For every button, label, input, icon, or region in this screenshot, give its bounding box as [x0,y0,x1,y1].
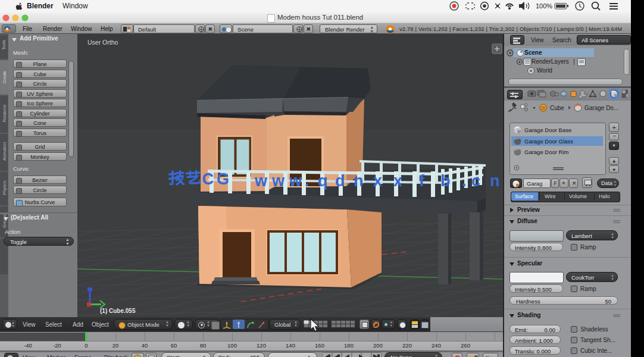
svg-text:Garage Do...: Garage Do... [584,105,618,111]
svg-text:100%: 100% [536,2,552,10]
svg-text:Cube: Cube [550,105,564,111]
svg-text:User Ortho: User Ortho [87,39,118,46]
svg-text:(1) Cube.055: (1) Cube.055 [100,308,136,314]
svg-text:CG: CG [202,170,230,188]
svg-text:www.qdnxxfb.cn: www.qdnxxfb.cn [254,172,500,190]
